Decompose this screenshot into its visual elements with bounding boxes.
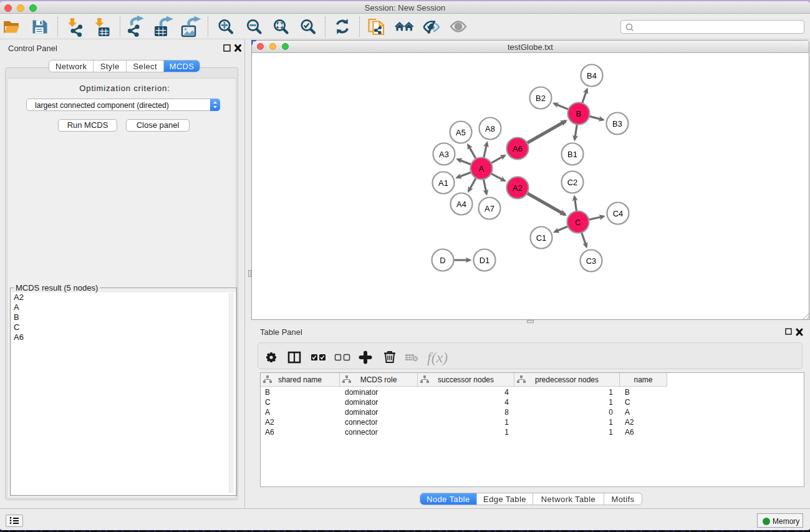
svg-text:B: B <box>576 109 582 118</box>
svg-text:A: A <box>479 164 485 173</box>
svg-text:D: D <box>440 256 445 265</box>
svg-text:A6: A6 <box>513 144 523 153</box>
svg-text:A7: A7 <box>485 204 494 213</box>
svg-text:A5: A5 <box>456 128 466 137</box>
svg-text:A4: A4 <box>456 200 466 209</box>
svg-text:B1: B1 <box>567 150 577 159</box>
svg-text:C4: C4 <box>613 209 624 218</box>
svg-text:C2: C2 <box>567 178 578 187</box>
svg-text:B4: B4 <box>587 71 597 80</box>
svg-text:A1: A1 <box>438 178 448 188</box>
svg-text:C: C <box>575 218 581 227</box>
svg-text:C1: C1 <box>536 233 547 243</box>
svg-text:D1: D1 <box>480 256 490 265</box>
svg-text:A8: A8 <box>485 124 495 133</box>
svg-text:B3: B3 <box>612 119 622 128</box>
svg-text:A3: A3 <box>439 150 449 159</box>
svg-text:C3: C3 <box>586 256 597 266</box>
svg-text:A2: A2 <box>513 183 523 193</box>
svg-text:f(x): f(x) <box>427 349 448 365</box>
svg-text:B2: B2 <box>536 94 546 103</box>
